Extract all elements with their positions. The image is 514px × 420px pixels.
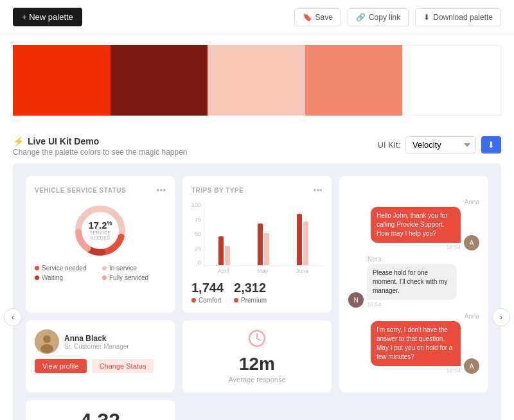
ui-kit-dropdown[interactable]: Velocity Material Bootstrap Tailwind	[405, 136, 476, 153]
swatch-1[interactable]	[13, 45, 111, 116]
vehicle-service-card: VEHICLE SERVICE STATUS •••	[26, 176, 175, 313]
chart-x-labels: April May June	[204, 266, 323, 274]
clock-icon	[248, 329, 266, 351]
trips-stats: 1,744 Comfort 2,312 Premium	[191, 281, 323, 304]
trips-card-menu[interactable]: •••	[313, 185, 323, 195]
chat-bubble-wrap-2: N Please hold for one moment. I'll check…	[348, 264, 479, 308]
legend-dot-inservice	[102, 266, 107, 270]
bar-june-2	[303, 222, 308, 265]
stat-premium-label: Premium	[234, 297, 267, 304]
chat-content-3: I'm sorry, I don't have the answer to th…	[371, 321, 461, 374]
page: + New palette 🔖 Save 🔗 Copy link ⬇ Downl…	[0, 0, 514, 420]
stat-premium: 2,312 Premium	[234, 281, 267, 304]
chat-avatar-1: A	[464, 235, 479, 250]
response-card: 12m Average response	[182, 320, 332, 392]
chat-avatar-anna: A	[464, 235, 479, 250]
bar-may-1	[258, 223, 263, 265]
bars-container	[204, 202, 323, 266]
save-button[interactable]: 🔖 Save	[294, 8, 341, 26]
dashboard-grid: VEHICLE SERVICE STATUS •••	[26, 176, 488, 420]
trips-card: TRIPS BY TYPE ••• 100 75 50 25 0	[182, 176, 332, 313]
clock-svg	[248, 329, 266, 347]
vehicle-card-title: VEHICLE SERVICE STATUS	[35, 187, 126, 194]
chat-content-2: Please hold for one moment. I'll check w…	[367, 264, 457, 308]
toolbar: + New palette 🔖 Save 🔗 Copy link ⬇ Downl…	[0, 0, 514, 35]
view-profile-button[interactable]: View profile	[35, 359, 87, 373]
nps-card: 4.32 Median NPS	[26, 400, 175, 420]
chat-bubble-2: Please hold for one moment. I'll check w…	[367, 264, 457, 300]
demo-title: Live UI Kit Demo	[28, 136, 99, 146]
x-label-may: May	[257, 268, 268, 274]
stat-comfort-value: 1,744	[191, 281, 224, 295]
donut-label: SERVICENEEDED	[88, 231, 112, 241]
demo-section-header: ⚡ Live UI Kit Demo Change the palette co…	[0, 126, 514, 163]
premium-dot	[234, 298, 238, 302]
chat-avatar-nora: N	[348, 292, 364, 308]
change-status-button[interactable]: Change Status	[92, 359, 154, 373]
svg-line-9	[257, 338, 260, 340]
legend-waiting: Waiting	[35, 274, 98, 281]
chat-message-1: Anna A Hello John, thank you for calling…	[348, 198, 479, 250]
chat-avatar-anna-2: A	[464, 358, 479, 374]
kit-download-button[interactable]: ⬇	[481, 136, 501, 153]
demo-subtitle: Change the palette colors to see the mag…	[13, 148, 188, 157]
swatch-5[interactable]	[402, 45, 501, 116]
trips-card-header: TRIPS BY TYPE •••	[191, 185, 323, 195]
legend-dot-service	[35, 266, 39, 270]
stat-premium-value: 2,312	[234, 281, 267, 295]
chat-time-1: 18:54	[446, 244, 461, 250]
color-swatches	[0, 35, 514, 126]
chart-y-axis: 100 75 50 25 0	[191, 202, 204, 266]
chat-card: CHAT Anna A Hello John, thank you for ca…	[339, 176, 488, 392]
nps-value: 4.32	[80, 409, 120, 420]
june-bars	[286, 214, 320, 265]
stat-comfort: 1,744 Comfort	[191, 281, 224, 304]
link-icon: 🔗	[356, 13, 366, 22]
vehicle-card-header: VEHICLE SERVICE STATUS •••	[35, 185, 166, 195]
svg-point-6	[40, 344, 53, 353]
save-icon: 🔖	[303, 13, 312, 22]
toolbar-actions: 🔖 Save 🔗 Copy link ⬇ Download palette	[294, 8, 501, 26]
chat-sender-1: Anna	[348, 198, 479, 206]
swatch-4[interactable]	[305, 45, 403, 116]
chat-messages: Anna A Hello John, thank you for calling…	[348, 198, 479, 374]
copy-link-button[interactable]: 🔗 Copy link	[348, 8, 409, 26]
download-palette-button[interactable]: ⬇ Download palette	[415, 8, 501, 26]
may-bars	[246, 223, 280, 265]
svg-point-5	[43, 335, 51, 343]
carousel-left-arrow[interactable]: ‹	[4, 308, 22, 326]
chat-bubble-1: Hello John, thank you for calling Provid…	[371, 207, 461, 243]
vehicle-card-menu[interactable]: •••	[156, 185, 166, 195]
donut-center: 17.2% SERVICENEEDED	[88, 220, 112, 241]
ui-kit-label: UI Kit:	[378, 140, 400, 150]
legend-fully-serviced: Fully serviced	[102, 274, 166, 281]
swatch-2[interactable]	[111, 45, 208, 116]
bar-may-2	[264, 233, 269, 265]
profile-actions: View profile Change Status	[35, 359, 166, 373]
demo-label: ⚡ Live UI Kit Demo	[13, 136, 188, 146]
comfort-dot	[191, 298, 196, 302]
carousel-right-arrow[interactable]: ›	[492, 308, 510, 326]
profile-name: Anna Black	[64, 334, 129, 343]
legend-in-service: In service	[102, 265, 166, 272]
x-label-april: April	[218, 268, 229, 274]
stat-comfort-label: Comfort	[191, 297, 224, 304]
april-bars	[207, 236, 241, 265]
download-icon: ⬇	[423, 13, 430, 22]
profile-info: Anna Black Sr. Customer Manager	[35, 329, 166, 354]
new-palette-button[interactable]: + New palette	[13, 8, 82, 26]
swatch-3[interactable]	[208, 45, 305, 116]
legend-dot-fullservice	[102, 276, 107, 280]
trips-card-title: TRIPS BY TYPE	[191, 187, 244, 194]
chat-sender-3: Anna	[348, 313, 479, 320]
legend-dot-waiting	[35, 276, 39, 280]
donut-chart-container: 17.2% SERVICENEEDED	[35, 202, 166, 259]
chat-bubble-wrap-1: A Hello John, thank you for calling Prov…	[348, 207, 479, 250]
bar-april-1	[218, 236, 224, 265]
lightning-icon: ⚡	[13, 136, 24, 146]
chat-sender-2: Nora	[348, 256, 479, 263]
demo-area: ‹ › VEHICLE SERVICE STATUS •••	[13, 163, 501, 420]
donut-percentage: 17.2%	[88, 220, 112, 231]
chat-time-3: 18:54	[446, 367, 461, 374]
x-label-june: June	[296, 268, 309, 274]
